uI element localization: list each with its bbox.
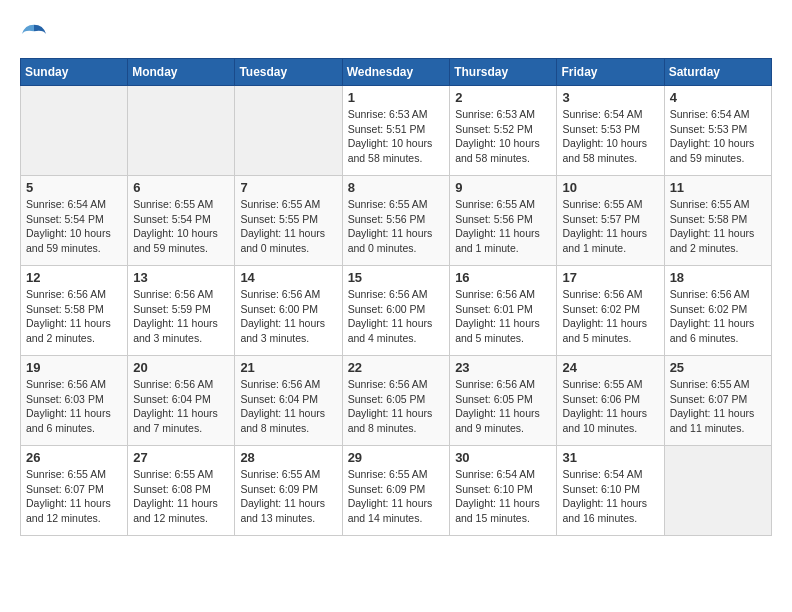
day-number: 10 bbox=[562, 180, 658, 195]
day-number: 12 bbox=[26, 270, 122, 285]
calendar-cell: 24Sunrise: 6:55 AMSunset: 6:06 PMDayligh… bbox=[557, 356, 664, 446]
day-info: Sunrise: 6:53 AMSunset: 5:51 PMDaylight:… bbox=[348, 107, 445, 166]
day-info: Sunrise: 6:54 AMSunset: 5:53 PMDaylight:… bbox=[562, 107, 658, 166]
logo-icon bbox=[20, 20, 48, 48]
day-info: Sunrise: 6:56 AMSunset: 6:04 PMDaylight:… bbox=[133, 377, 229, 436]
day-number: 11 bbox=[670, 180, 766, 195]
day-number: 6 bbox=[133, 180, 229, 195]
day-info: Sunrise: 6:56 AMSunset: 6:01 PMDaylight:… bbox=[455, 287, 551, 346]
calendar-cell: 12Sunrise: 6:56 AMSunset: 5:58 PMDayligh… bbox=[21, 266, 128, 356]
weekday-header-friday: Friday bbox=[557, 59, 664, 86]
day-info: Sunrise: 6:56 AMSunset: 5:58 PMDaylight:… bbox=[26, 287, 122, 346]
day-info: Sunrise: 6:55 AMSunset: 5:58 PMDaylight:… bbox=[670, 197, 766, 256]
calendar-header-row: SundayMondayTuesdayWednesdayThursdayFrid… bbox=[21, 59, 772, 86]
day-number: 8 bbox=[348, 180, 445, 195]
day-number: 29 bbox=[348, 450, 445, 465]
calendar-cell: 30Sunrise: 6:54 AMSunset: 6:10 PMDayligh… bbox=[450, 446, 557, 536]
day-info: Sunrise: 6:55 AMSunset: 6:09 PMDaylight:… bbox=[240, 467, 336, 526]
day-info: Sunrise: 6:55 AMSunset: 5:56 PMDaylight:… bbox=[348, 197, 445, 256]
day-number: 7 bbox=[240, 180, 336, 195]
calendar-cell: 4Sunrise: 6:54 AMSunset: 5:53 PMDaylight… bbox=[664, 86, 771, 176]
calendar-week-row: 12Sunrise: 6:56 AMSunset: 5:58 PMDayligh… bbox=[21, 266, 772, 356]
calendar-cell: 7Sunrise: 6:55 AMSunset: 5:55 PMDaylight… bbox=[235, 176, 342, 266]
weekday-header-wednesday: Wednesday bbox=[342, 59, 450, 86]
day-number: 2 bbox=[455, 90, 551, 105]
day-info: Sunrise: 6:56 AMSunset: 6:02 PMDaylight:… bbox=[562, 287, 658, 346]
calendar-cell: 21Sunrise: 6:56 AMSunset: 6:04 PMDayligh… bbox=[235, 356, 342, 446]
day-number: 9 bbox=[455, 180, 551, 195]
calendar-cell: 19Sunrise: 6:56 AMSunset: 6:03 PMDayligh… bbox=[21, 356, 128, 446]
weekday-header-tuesday: Tuesday bbox=[235, 59, 342, 86]
calendar-cell: 16Sunrise: 6:56 AMSunset: 6:01 PMDayligh… bbox=[450, 266, 557, 356]
day-number: 20 bbox=[133, 360, 229, 375]
day-number: 15 bbox=[348, 270, 445, 285]
day-info: Sunrise: 6:54 AMSunset: 6:10 PMDaylight:… bbox=[562, 467, 658, 526]
calendar-week-row: 1Sunrise: 6:53 AMSunset: 5:51 PMDaylight… bbox=[21, 86, 772, 176]
calendar-week-row: 19Sunrise: 6:56 AMSunset: 6:03 PMDayligh… bbox=[21, 356, 772, 446]
calendar-cell: 25Sunrise: 6:55 AMSunset: 6:07 PMDayligh… bbox=[664, 356, 771, 446]
logo bbox=[20, 20, 52, 48]
weekday-header-thursday: Thursday bbox=[450, 59, 557, 86]
day-number: 4 bbox=[670, 90, 766, 105]
day-info: Sunrise: 6:55 AMSunset: 5:56 PMDaylight:… bbox=[455, 197, 551, 256]
calendar-cell: 11Sunrise: 6:55 AMSunset: 5:58 PMDayligh… bbox=[664, 176, 771, 266]
day-number: 31 bbox=[562, 450, 658, 465]
calendar-week-row: 5Sunrise: 6:54 AMSunset: 5:54 PMDaylight… bbox=[21, 176, 772, 266]
day-number: 16 bbox=[455, 270, 551, 285]
day-number: 22 bbox=[348, 360, 445, 375]
day-info: Sunrise: 6:56 AMSunset: 6:05 PMDaylight:… bbox=[455, 377, 551, 436]
day-info: Sunrise: 6:53 AMSunset: 5:52 PMDaylight:… bbox=[455, 107, 551, 166]
day-number: 14 bbox=[240, 270, 336, 285]
day-info: Sunrise: 6:56 AMSunset: 6:04 PMDaylight:… bbox=[240, 377, 336, 436]
calendar-cell: 3Sunrise: 6:54 AMSunset: 5:53 PMDaylight… bbox=[557, 86, 664, 176]
day-number: 17 bbox=[562, 270, 658, 285]
day-info: Sunrise: 6:56 AMSunset: 6:02 PMDaylight:… bbox=[670, 287, 766, 346]
calendar-cell: 1Sunrise: 6:53 AMSunset: 5:51 PMDaylight… bbox=[342, 86, 450, 176]
day-info: Sunrise: 6:56 AMSunset: 6:03 PMDaylight:… bbox=[26, 377, 122, 436]
day-number: 24 bbox=[562, 360, 658, 375]
day-number: 18 bbox=[670, 270, 766, 285]
calendar-cell: 14Sunrise: 6:56 AMSunset: 6:00 PMDayligh… bbox=[235, 266, 342, 356]
calendar-cell: 17Sunrise: 6:56 AMSunset: 6:02 PMDayligh… bbox=[557, 266, 664, 356]
day-info: Sunrise: 6:55 AMSunset: 6:07 PMDaylight:… bbox=[26, 467, 122, 526]
day-info: Sunrise: 6:55 AMSunset: 5:54 PMDaylight:… bbox=[133, 197, 229, 256]
day-number: 25 bbox=[670, 360, 766, 375]
day-number: 27 bbox=[133, 450, 229, 465]
day-info: Sunrise: 6:55 AMSunset: 6:06 PMDaylight:… bbox=[562, 377, 658, 436]
calendar-cell: 15Sunrise: 6:56 AMSunset: 6:00 PMDayligh… bbox=[342, 266, 450, 356]
day-info: Sunrise: 6:56 AMSunset: 6:00 PMDaylight:… bbox=[240, 287, 336, 346]
calendar-cell: 6Sunrise: 6:55 AMSunset: 5:54 PMDaylight… bbox=[128, 176, 235, 266]
calendar-cell: 9Sunrise: 6:55 AMSunset: 5:56 PMDaylight… bbox=[450, 176, 557, 266]
day-info: Sunrise: 6:55 AMSunset: 6:07 PMDaylight:… bbox=[670, 377, 766, 436]
calendar-cell: 27Sunrise: 6:55 AMSunset: 6:08 PMDayligh… bbox=[128, 446, 235, 536]
calendar-cell bbox=[235, 86, 342, 176]
calendar-cell: 13Sunrise: 6:56 AMSunset: 5:59 PMDayligh… bbox=[128, 266, 235, 356]
day-number: 19 bbox=[26, 360, 122, 375]
calendar-cell: 8Sunrise: 6:55 AMSunset: 5:56 PMDaylight… bbox=[342, 176, 450, 266]
calendar-cell: 23Sunrise: 6:56 AMSunset: 6:05 PMDayligh… bbox=[450, 356, 557, 446]
weekday-header-monday: Monday bbox=[128, 59, 235, 86]
calendar-cell: 5Sunrise: 6:54 AMSunset: 5:54 PMDaylight… bbox=[21, 176, 128, 266]
day-number: 5 bbox=[26, 180, 122, 195]
day-info: Sunrise: 6:55 AMSunset: 5:57 PMDaylight:… bbox=[562, 197, 658, 256]
calendar-cell: 31Sunrise: 6:54 AMSunset: 6:10 PMDayligh… bbox=[557, 446, 664, 536]
day-number: 26 bbox=[26, 450, 122, 465]
calendar-cell: 18Sunrise: 6:56 AMSunset: 6:02 PMDayligh… bbox=[664, 266, 771, 356]
weekday-header-saturday: Saturday bbox=[664, 59, 771, 86]
day-number: 30 bbox=[455, 450, 551, 465]
day-info: Sunrise: 6:55 AMSunset: 6:09 PMDaylight:… bbox=[348, 467, 445, 526]
day-info: Sunrise: 6:56 AMSunset: 6:00 PMDaylight:… bbox=[348, 287, 445, 346]
calendar-cell: 20Sunrise: 6:56 AMSunset: 6:04 PMDayligh… bbox=[128, 356, 235, 446]
day-info: Sunrise: 6:55 AMSunset: 6:08 PMDaylight:… bbox=[133, 467, 229, 526]
svg-rect-0 bbox=[20, 20, 48, 48]
day-number: 21 bbox=[240, 360, 336, 375]
day-number: 3 bbox=[562, 90, 658, 105]
day-info: Sunrise: 6:54 AMSunset: 5:53 PMDaylight:… bbox=[670, 107, 766, 166]
calendar-cell bbox=[664, 446, 771, 536]
calendar-cell: 28Sunrise: 6:55 AMSunset: 6:09 PMDayligh… bbox=[235, 446, 342, 536]
calendar-cell: 10Sunrise: 6:55 AMSunset: 5:57 PMDayligh… bbox=[557, 176, 664, 266]
page-header bbox=[20, 20, 772, 48]
calendar-cell: 22Sunrise: 6:56 AMSunset: 6:05 PMDayligh… bbox=[342, 356, 450, 446]
calendar-cell: 29Sunrise: 6:55 AMSunset: 6:09 PMDayligh… bbox=[342, 446, 450, 536]
day-number: 23 bbox=[455, 360, 551, 375]
